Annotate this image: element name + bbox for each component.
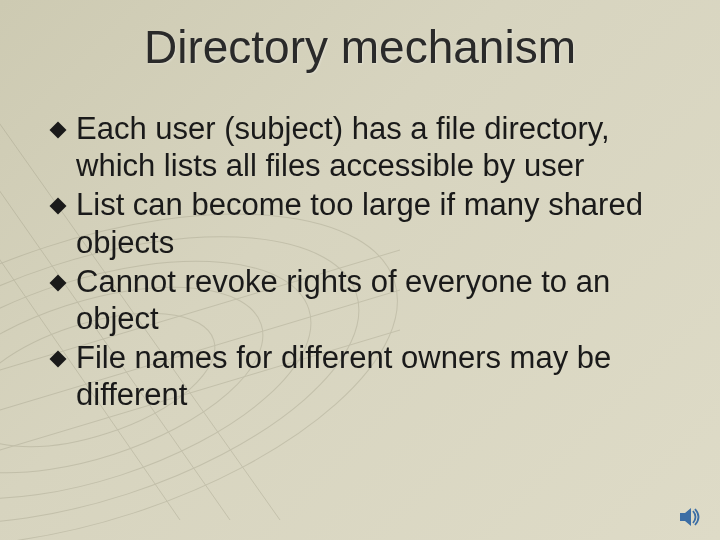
slide-title: Directory mechanism	[0, 20, 720, 74]
list-item-text: Cannot revoke rights of everyone to an o…	[76, 264, 610, 336]
bullet-diamond-icon	[50, 351, 67, 368]
bullet-diamond-icon	[50, 198, 67, 215]
list-item-text: File names for different owners may be d…	[76, 340, 611, 412]
bullet-diamond-icon	[50, 274, 67, 291]
list-item: Each user (subject) has a file directory…	[52, 110, 680, 184]
list-item: File names for different owners may be d…	[52, 339, 680, 413]
bullet-diamond-icon	[50, 122, 67, 139]
svg-marker-11	[680, 508, 691, 526]
list-item-text: List can become too large if many shared…	[76, 187, 643, 259]
slide: Directory mechanism Each user (subject) …	[0, 0, 720, 540]
sound-icon[interactable]	[680, 508, 702, 526]
list-item: Cannot revoke rights of everyone to an o…	[52, 263, 680, 337]
list-item: List can become too large if many shared…	[52, 186, 680, 260]
bullet-list: Each user (subject) has a file directory…	[52, 110, 680, 416]
list-item-text: Each user (subject) has a file directory…	[76, 111, 610, 183]
